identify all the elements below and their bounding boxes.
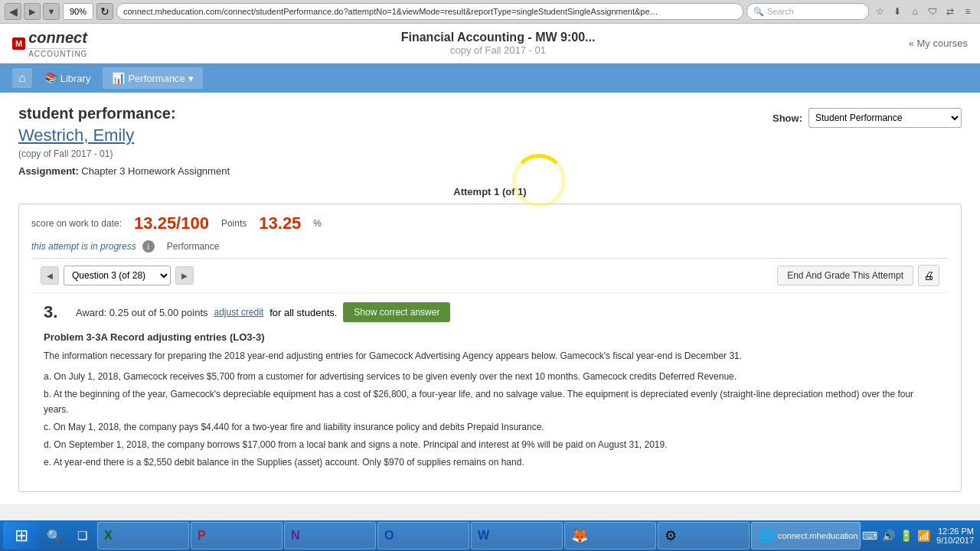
score-box: score on work to date: 13.25/100 Points … <box>18 204 962 492</box>
battery-icon: 🔋 <box>900 530 913 542</box>
date-display: 9/10/2017 <box>936 536 974 545</box>
library-icon: 📚 <box>44 72 57 84</box>
end-grade-button[interactable]: End And Grade This Attempt <box>777 266 913 285</box>
info-icon[interactable]: i <box>142 240 155 253</box>
performance-icon: 📊 <box>112 72 125 84</box>
logo-text: connect <box>28 29 87 47</box>
taskbar-firefox[interactable]: 🦊 <box>564 522 656 549</box>
performance-label: Performance <box>128 73 185 84</box>
performance-dropdown-icon: ▾ <box>188 73 194 84</box>
keyboard-icon: ⌨ <box>862 530 877 542</box>
show-correct-answer-button[interactable]: Show correct answer <box>343 302 450 322</box>
powerpoint-icon: P <box>198 529 206 543</box>
connect-logo: M connect ACCOUNTING <box>12 29 87 58</box>
performance-tab[interactable]: Performance <box>161 240 226 253</box>
bookmark-star-icon[interactable]: ☆ <box>872 4 887 19</box>
problem-intro: The information necessary for preparing … <box>44 349 936 364</box>
score-label: score on work to date: <box>31 218 122 229</box>
taskbar-onenote[interactable]: N <box>284 522 376 549</box>
progress-tab[interactable]: this attempt is in progress <box>31 241 136 252</box>
history-button[interactable]: ▼ <box>43 3 60 20</box>
search-placeholder: Search <box>767 7 794 16</box>
loading-spinner <box>512 154 566 207</box>
browser-search[interactable]: 🔍 Search <box>746 3 869 20</box>
nav-bar: ⌂ 📚 Library 📊 Performance ▾ <box>0 64 980 93</box>
course-title: Financial Accounting - MW 9:00... <box>401 31 596 44</box>
adjust-suffix: for all students. <box>270 307 337 318</box>
taskbar-excel[interactable]: X <box>97 522 189 549</box>
taskbar-cortana[interactable]: 🔍 <box>41 522 68 549</box>
score-pct-sym: % <box>313 218 322 229</box>
print-button[interactable]: 🖨 <box>918 265 939 286</box>
show-select[interactable]: Student Performance <box>808 108 962 128</box>
connect-taskbar-icon: 🌐 <box>758 527 775 544</box>
header-title: Financial Accounting - MW 9:00... copy o… <box>401 31 596 56</box>
taskbar-task-view[interactable]: ❑ <box>69 522 96 549</box>
copy-text: (copy of Fall 2017 - 01) <box>18 148 962 159</box>
url-text: connect.mheducation.com/connect/studentP… <box>123 7 659 16</box>
word-icon: W <box>478 529 489 543</box>
home-nav-button[interactable]: ⌂ <box>12 68 32 88</box>
question-nav: ◄ Question 3 (of 28) ► End And Grade Thi… <box>31 259 949 293</box>
forward-button[interactable]: ▶ <box>24 3 41 20</box>
taskbar-other[interactable]: ⚙ <box>658 522 750 549</box>
menu-icon[interactable]: ≡ <box>960 4 975 19</box>
taskbar-time: 12:26 PM 9/10/2017 <box>936 527 974 545</box>
problem-line-a: a. On July 1, 2018, Gamecock receives $5… <box>44 370 936 384</box>
problem-line-c: c. On May 1, 2018, the company pays $4,4… <box>44 420 936 435</box>
taskbar-outlook[interactable]: O <box>377 522 469 549</box>
sync-icon[interactable]: ⇄ <box>942 4 958 19</box>
taskbar-word[interactable]: W <box>471 522 563 549</box>
assignment-line: Assignment: Chapter 3 Homework Assignmen… <box>18 165 962 177</box>
question-meta: Award: 0.25 out of 5.00 points adjust cr… <box>76 302 450 322</box>
shield-icon[interactable]: 🛡 <box>925 4 940 19</box>
connect-taskbar-label: connect.mheducation <box>778 531 858 540</box>
logo-sub: ACCOUNTING <box>28 48 87 58</box>
logo-wrapper: connect ACCOUNTING <box>28 29 87 58</box>
score-pts: Points <box>221 218 247 229</box>
award-text: Award: 0.25 out of 5.00 points <box>76 307 208 318</box>
question-header: 3. Award: 0.25 out of 5.00 points adjust… <box>44 302 936 322</box>
library-nav-item[interactable]: 📚 Library <box>35 67 100 89</box>
loading-spinner-overlay <box>512 154 566 207</box>
reload-button[interactable]: ↻ <box>96 3 113 20</box>
nav-left: ⌂ 📚 Library 📊 Performance ▾ <box>12 67 203 89</box>
section-title: copy of Fall 2017 - 01 <box>401 44 596 56</box>
home-browser-icon[interactable]: ⌂ <box>907 4 923 19</box>
search-icon: 🔍 <box>753 7 764 17</box>
download-icon[interactable]: ⬇ <box>890 4 905 19</box>
next-question-button[interactable]: ► <box>175 266 194 285</box>
taskbar: ⊞ 🔍 ❑ X P N O W 🦊 ⚙ 🌐 connect.mheducatio… <box>0 520 980 551</box>
logo-area: M connect ACCOUNTING <box>12 29 87 58</box>
assignment-value: Chapter 3 Homework Assignment <box>81 165 230 177</box>
performance-nav-item[interactable]: 📊 Performance ▾ <box>103 67 202 89</box>
taskbar-connect-app[interactable]: 🌐 connect.mheducation <box>751 522 861 549</box>
assignment-label: Assignment: <box>18 165 79 177</box>
network-icon: 📶 <box>917 530 930 542</box>
excel-icon: X <box>104 529 113 543</box>
zoom-level[interactable]: 90% <box>63 3 93 20</box>
score-row: score on work to date: 13.25/100 Points … <box>31 214 949 233</box>
question-select[interactable]: Question 3 (of 28) <box>64 266 171 285</box>
show-row: Show: Student Performance <box>773 108 962 128</box>
onenote-icon: N <box>291 529 300 543</box>
q-nav-left: ◄ Question 3 (of 28) ► <box>41 266 194 285</box>
attempt-line: Attempt 1 (of 1) <box>18 186 962 197</box>
other-app-icon: ⚙ <box>665 527 677 544</box>
prev-question-button[interactable]: ◄ <box>41 266 59 285</box>
app-header: M connect ACCOUNTING Financial Accountin… <box>0 24 980 64</box>
browser-chrome: ◀ ▶ ▼ 90% ↻ connect.mheducation.com/conn… <box>0 0 980 24</box>
print-icon: 🖨 <box>923 269 934 282</box>
address-bar[interactable]: connect.mheducation.com/connect/studentP… <box>116 3 743 20</box>
student-name-link[interactable]: Westrich, Emily <box>18 126 962 145</box>
back-button[interactable]: ◀ <box>5 3 21 20</box>
problem-title: Problem 3-3A Record adjusting entries (L… <box>44 331 936 343</box>
score-value: 13.25/100 <box>134 214 209 233</box>
time-display: 12:26 PM <box>936 527 974 536</box>
score-pct: 13.25 <box>259 214 301 233</box>
start-button[interactable]: ⊞ <box>3 522 40 549</box>
adjust-credit-link[interactable]: adjust credit <box>214 307 264 318</box>
main-content: student performance: Westrich, Emily (co… <box>0 93 980 504</box>
my-courses-link[interactable]: « My courses <box>909 37 968 49</box>
taskbar-powerpoint[interactable]: P <box>191 522 283 549</box>
